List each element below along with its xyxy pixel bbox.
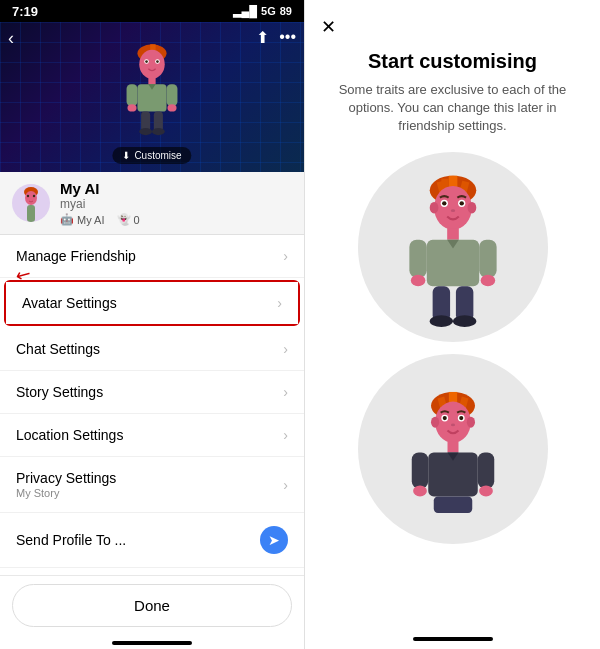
network-type: 5G — [261, 5, 276, 17]
customise-badge[interactable]: ⬇ Customise — [112, 147, 191, 164]
svg-rect-59 — [447, 441, 458, 452]
stat-myai: 🤖 My AI — [60, 213, 105, 226]
chevron-icon-3: › — [283, 384, 288, 400]
svg-rect-23 — [27, 205, 35, 222]
menu-item-avatar-settings[interactable]: Avatar Settings › — [6, 282, 298, 324]
close-button[interactable]: ✕ — [321, 16, 341, 38]
svg-point-34 — [450, 209, 454, 212]
profile-avatar — [12, 184, 50, 222]
svg-point-63 — [413, 485, 427, 496]
status-bar: 7:19 ▂▄█ 5G 89 — [0, 0, 304, 22]
more-button[interactable]: ••• — [279, 28, 296, 47]
menu-item-send-profile[interactable]: Send Profile To ... ➤ — [0, 513, 304, 568]
svg-point-64 — [479, 485, 493, 496]
svg-rect-12 — [167, 84, 178, 106]
hero-action-buttons: ⬆ ••• — [256, 28, 296, 47]
customise-icon: ⬇ — [122, 150, 130, 161]
svg-point-8 — [156, 60, 159, 63]
chevron-icon-0: › — [283, 248, 288, 264]
svg-point-35 — [429, 201, 438, 213]
svg-rect-40 — [479, 239, 496, 277]
svg-point-41 — [410, 274, 425, 286]
right-home-bar — [321, 629, 584, 649]
phone-panel: 7:19 ▂▄█ 5G 89 ‹ ⬆ ••• — [0, 0, 305, 649]
svg-point-58 — [466, 416, 474, 427]
menu-item-location-settings[interactable]: Location Settings › — [0, 414, 304, 457]
svg-rect-11 — [127, 84, 138, 106]
svg-rect-61 — [411, 452, 428, 488]
svg-point-55 — [459, 416, 463, 420]
svg-point-29 — [434, 185, 472, 229]
battery-level: 89 — [280, 5, 292, 17]
profile-section: My AI myai 🤖 My AI 👻 0 — [0, 172, 304, 235]
menu-item-label-avatar: Avatar Settings — [22, 295, 117, 311]
svg-rect-62 — [477, 452, 494, 488]
share-button[interactable]: ⬆ — [256, 28, 269, 47]
customise-title: Start customising — [321, 50, 584, 73]
signal-icon: ▂▄█ — [233, 5, 257, 18]
svg-point-51 — [435, 401, 471, 442]
svg-point-17 — [139, 128, 152, 135]
svg-point-54 — [442, 416, 446, 420]
svg-point-7 — [145, 60, 148, 63]
hero-area: ‹ ⬆ ••• — [0, 22, 304, 172]
status-icons: ▂▄█ 5G 89 — [233, 5, 292, 18]
avatar-option-full-body[interactable] — [358, 152, 548, 342]
svg-point-14 — [167, 104, 176, 111]
avatar-options — [321, 152, 584, 629]
svg-point-45 — [429, 315, 452, 327]
svg-point-20 — [25, 191, 37, 205]
back-button[interactable]: ‹ — [8, 28, 14, 49]
bitmoji-svg-large — [112, 37, 192, 137]
chevron-icon-5: › — [283, 477, 288, 493]
svg-point-46 — [453, 315, 476, 327]
profile-info: My AI myai 🤖 My AI 👻 0 — [60, 180, 292, 226]
done-section: Done — [0, 575, 304, 637]
menu-item-privacy-settings[interactable]: Privacy Settings My Story › — [0, 457, 304, 513]
svg-point-33 — [459, 201, 463, 205]
menu-item-label-manage: Manage Friendship — [16, 248, 136, 264]
avatar-portrait-svg — [398, 379, 508, 519]
customise-subtitle: Some traits are exclusive to each of the… — [321, 81, 584, 136]
svg-point-36 — [467, 201, 476, 213]
svg-point-56 — [450, 423, 454, 426]
svg-point-21 — [27, 195, 29, 197]
ghost-icon: 👻 — [117, 213, 131, 226]
svg-point-13 — [127, 104, 136, 111]
profile-handle: myai — [60, 197, 292, 211]
svg-point-57 — [431, 416, 439, 427]
avatar-full-body-svg — [393, 167, 513, 327]
send-profile-button[interactable]: ➤ — [260, 526, 288, 554]
chevron-icon-1: › — [277, 295, 282, 311]
avatar-small-svg — [15, 184, 47, 222]
myai-icon: 🤖 — [60, 213, 74, 226]
svg-point-32 — [442, 201, 446, 205]
chevron-icon-4: › — [283, 427, 288, 443]
menu-item-story-settings[interactable]: Story Settings › — [0, 371, 304, 414]
profile-stats: 🤖 My AI 👻 0 — [60, 213, 292, 226]
profile-name: My AI — [60, 180, 292, 197]
menu-item-chat-settings[interactable]: Chat Settings › — [0, 328, 304, 371]
chevron-icon-2: › — [283, 341, 288, 357]
time-display: 7:19 — [12, 4, 38, 19]
home-bar — [112, 641, 192, 645]
svg-rect-9 — [148, 77, 155, 84]
menu-item-manage-friendship[interactable]: Manage Friendship › — [0, 235, 304, 278]
menu-list: Manage Friendship › ↙ Avatar Settings › … — [0, 235, 304, 575]
svg-point-42 — [480, 274, 495, 286]
svg-point-22 — [33, 195, 35, 197]
done-button[interactable]: Done — [12, 584, 292, 627]
home-indicator — [0, 637, 304, 649]
svg-rect-65 — [433, 496, 472, 513]
svg-rect-39 — [409, 239, 426, 277]
svg-rect-37 — [447, 228, 459, 240]
stat-count: 👻 0 — [117, 213, 140, 226]
right-panel: ✕ Start customising Some traits are excl… — [305, 0, 600, 649]
svg-point-4 — [139, 50, 164, 79]
customise-label: Customise — [134, 150, 181, 161]
svg-point-18 — [152, 128, 165, 135]
menu-item-avatar-settings-wrapper: ↙ Avatar Settings › — [4, 280, 300, 326]
send-arrow-icon: ➤ — [268, 532, 280, 548]
avatar-option-portrait[interactable] — [358, 354, 548, 544]
hero-avatar — [107, 32, 197, 142]
